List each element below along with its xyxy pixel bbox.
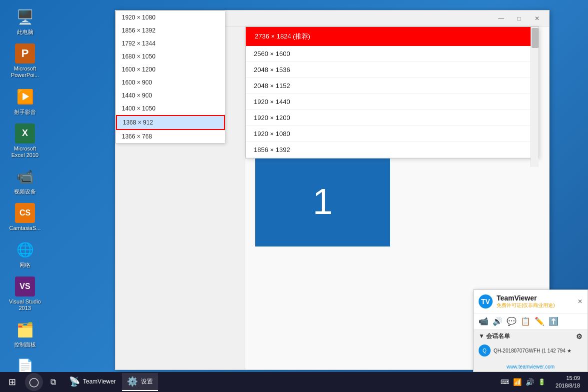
this-pc-icon: 🖥️: [15, 7, 35, 27]
res-option-3[interactable]: 1680 × 1050: [116, 50, 225, 63]
res-option-5[interactable]: 1600 × 900: [116, 76, 225, 89]
task-view-button[interactable]: ⧉: [44, 373, 62, 391]
top-res-1[interactable]: 2048 × 1536: [246, 62, 539, 78]
camtasia2-label: CamtasiaS...: [9, 225, 41, 232]
network-sys-icon[interactable]: 📶: [513, 378, 522, 386]
top-res-2[interactable]: 2048 × 1152: [246, 78, 539, 94]
teamviewer-panel: TV TeamViewer 免费许可证(仅非商业用途) ✕ 📹 🔊 💬 📋 ✏️…: [473, 290, 588, 372]
res-option-8-selected[interactable]: 1368 × 912: [116, 115, 225, 130]
tv-chat-icon[interactable]: 💬: [507, 316, 517, 326]
tv-title-area: TeamViewer 免费许可证(仅非商业用途): [497, 294, 574, 309]
icon-video[interactable]: ▶️ 射手影音: [5, 85, 45, 118]
tv-toolbar: 📹 🔊 💬 📋 ✏️ ⬆️: [474, 313, 588, 329]
res-option-9[interactable]: 1366 × 768: [116, 130, 225, 143]
top-res-4[interactable]: 1920 × 1200: [246, 110, 539, 126]
taskbar-item-teamviewer[interactable]: 📡 TeamViewer: [64, 373, 121, 391]
top-res-0[interactable]: 2560 × 1600: [246, 46, 539, 62]
video-icon: ▶️: [15, 87, 35, 107]
network-label: 网络: [19, 262, 30, 268]
tv-session-avatar: Q: [479, 344, 491, 356]
icon-powerpoint[interactable]: P Microsoft PowerPoi...: [5, 42, 45, 80]
tv-header: TV TeamViewer 免费许可证(仅非商业用途) ✕: [474, 290, 588, 313]
tv-audio-icon[interactable]: 🔊: [493, 316, 503, 326]
monitor-display: 1: [255, 156, 390, 246]
network-icon: 🌐: [15, 240, 35, 260]
scrollbar-track[interactable]: [531, 27, 539, 167]
tv-title: TeamViewer: [497, 294, 574, 302]
taskbar-clock[interactable]: 15:09 2018/8/18: [552, 374, 584, 390]
tv-link[interactable]: www.teamviewer.com: [474, 362, 588, 372]
window-controls: — □ ✕: [493, 10, 545, 26]
tv-camera-icon[interactable]: 📹: [479, 316, 489, 326]
settings-taskbar-label: 设置: [141, 378, 153, 386]
camtasia2-icon: CS: [15, 203, 35, 223]
top-res-5[interactable]: 1920 × 1080: [246, 126, 539, 142]
teamviewer-taskbar-icon: 📡: [69, 376, 80, 387]
tv-close-button[interactable]: ✕: [578, 298, 583, 305]
this-pc-label: 此电脑: [17, 29, 33, 36]
res-option-1[interactable]: 1856 × 1392: [116, 24, 225, 37]
clock-time: 15:09: [556, 374, 580, 382]
tv-session-item: Q QH-20180707GWFH (1 142 794 ★: [479, 342, 583, 358]
tv-sessions: ▼ 会话名单 ⚙ Q QH-20180707GWFH (1 142 794 ★: [474, 329, 588, 362]
task-view-icon: ⧉: [50, 378, 56, 386]
res-option-2[interactable]: 1792 × 1344: [116, 37, 225, 50]
icon-camtasia2[interactable]: CS CamtasiaS...: [5, 201, 45, 234]
clock-date: 2018/8/18: [556, 382, 580, 390]
show-desktop-button[interactable]: [584, 372, 588, 392]
res-option-6[interactable]: 1440 × 900: [116, 89, 225, 102]
minimize-button[interactable]: —: [493, 10, 509, 26]
icon-this-pc[interactable]: 🖥️ 此电脑: [5, 5, 45, 38]
taskbar-items: 📡 TeamViewer ⚙️ 设置: [62, 373, 497, 391]
vstudio-label: Visual Studio 2013: [7, 298, 43, 312]
settings-sidebar: ⚙ 高级显示设置 自定义显示器 1920 × 1080 1856 × 1392 …: [115, 26, 245, 370]
desktop: 🖥️ 此电脑 P Microsoft PowerPoi... ▶️ 射手影音 X…: [0, 0, 588, 392]
top-resolution-dropdown[interactable]: 2736 × 1824 (推荐) 2560 × 1600 2048 × 1536…: [245, 26, 539, 158]
start-button[interactable]: ⊞: [0, 372, 24, 392]
tv-clipboard-icon[interactable]: 📋: [521, 316, 531, 326]
icon-control[interactable]: 🗂️ 控制面板: [5, 318, 45, 350]
control-label: 控制面板: [14, 342, 36, 348]
cortana-icon: ◯: [29, 376, 39, 388]
taskbar-system: ⌨ 📶 🔊 🔋: [497, 378, 552, 386]
battery-icon: 🔋: [538, 378, 546, 386]
res-option-0[interactable]: 1920 × 1080: [116, 11, 225, 24]
scrollbar-thumb[interactable]: [532, 28, 539, 48]
monitor-number: 1: [313, 181, 333, 222]
powerpoint-icon: P: [15, 44, 35, 64]
icon-vstudio[interactable]: VS Visual Studio 2013: [5, 274, 45, 314]
cortana-button[interactable]: ◯: [25, 373, 43, 391]
volume-icon[interactable]: 🔊: [526, 378, 534, 386]
settings-taskbar-icon: ⚙️: [127, 376, 138, 387]
taskbar-item-settings[interactable]: ⚙️ 设置: [122, 373, 158, 391]
icon-network[interactable]: 🌐 网络: [5, 238, 45, 270]
res-option-4[interactable]: 1600 × 1200: [116, 63, 225, 76]
tv-edit-icon[interactable]: ✏️: [535, 316, 545, 326]
camtasia-label: 视频设备: [14, 188, 36, 195]
top-res-3[interactable]: 1920 × 1440: [246, 94, 539, 110]
excel-icon: X: [15, 124, 35, 144]
resolution-dropdown-left[interactable]: 1920 × 1080 1856 × 1392 1792 × 1344 1680…: [115, 10, 225, 144]
camtasia-icon: 📹: [15, 166, 35, 186]
top-res-highlighted[interactable]: 2736 × 1824 (推荐): [246, 27, 539, 46]
control-icon: 🗂️: [15, 320, 35, 340]
vstudio-icon: VS: [15, 276, 35, 296]
desktop-icons-container: 🖥️ 此电脑 P Microsoft PowerPoi... ▶️ 射手影音 X…: [5, 5, 45, 392]
tv-sessions-label: ▼ 会话名单: [479, 332, 510, 340]
tv-logo: TV: [479, 294, 493, 308]
taskbar: ⊞ ◯ ⧉ 📡 TeamViewer ⚙️ 设置 ⌨ 📶 🔊 🔋 15:09: [0, 372, 588, 392]
tv-upload-icon[interactable]: ⬆️: [549, 316, 559, 326]
icon-camtasia[interactable]: 📹 视频设备: [5, 164, 45, 197]
icon-excel[interactable]: X Microsoft Excel 2010: [5, 122, 45, 160]
res-option-7[interactable]: 1400 × 1050: [116, 102, 225, 115]
tv-session-name: QH-20180707GWFH (1 142 794 ★: [494, 348, 572, 354]
restore-button[interactable]: □: [511, 10, 527, 26]
close-button[interactable]: ✕: [529, 10, 545, 26]
powerpoint-label: Microsoft PowerPoi...: [7, 66, 43, 78]
top-res-6[interactable]: 1856 × 1392: [246, 142, 539, 158]
windows-icon: ⊞: [8, 376, 16, 388]
tv-sessions-header[interactable]: ▼ 会话名单 ⚙: [479, 332, 583, 340]
tv-subtitle: 免费许可证(仅非商业用途): [497, 302, 574, 309]
tv-settings-icon[interactable]: ⚙: [576, 332, 583, 340]
teamviewer-taskbar-label: TeamViewer: [83, 378, 116, 385]
